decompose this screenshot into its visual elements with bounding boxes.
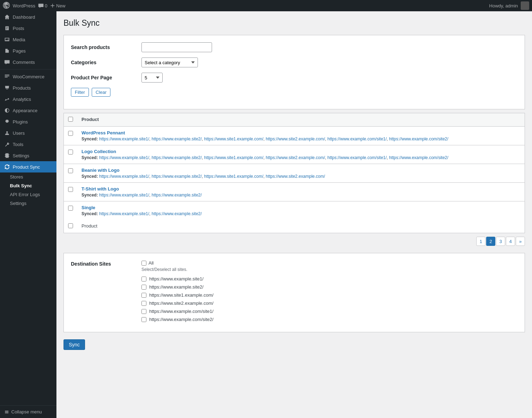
synced-url[interactable]: https://www.example.site1/ [99,137,149,141]
categories-row: Categories Select a category [71,57,518,67]
page-3[interactable]: 3 [496,237,505,246]
sidebar-sub-item-settings[interactable]: Settings [0,199,56,208]
synced-url[interactable]: https://www.site1.example.com/ [204,137,264,141]
synced-label: Synced: [81,193,98,198]
synced-url[interactable]: https://www.example.site2/ [152,155,202,160]
destination-site-label[interactable]: https://www.site1.example.com/ [149,292,213,298]
sidebar-item-products[interactable]: Products [0,82,56,93]
page-next[interactable]: » [516,237,525,246]
page-2[interactable]: 2 [486,237,495,246]
destination-label: Destination Sites [71,260,134,267]
synced-text: Synced: https://www.example.site1/, http… [81,211,520,216]
site-name[interactable]: WordPress [13,3,35,8]
product-name[interactable]: Single [81,205,520,210]
comments-icon-topbar[interactable]: 0 [38,3,47,8]
sidebar-item-product-sync[interactable]: Product Sync [0,161,56,172]
synced-url[interactable]: https://www.example.site1/ [99,193,149,198]
synced-url[interactable]: https://www.example.site2/ [152,193,202,198]
sidebar-item-appearance[interactable]: Appearance [0,105,56,116]
product-name[interactable]: Beanie with Logo [81,168,520,173]
sidebar-sub-item-bulk-sync[interactable]: Bulk Sync [0,181,56,190]
sidebar-sub-item-api-error-logs[interactable]: API Error Logs [0,190,56,199]
destination-site-label[interactable]: https://www.example.com/site2/ [149,317,213,322]
synced-url[interactable]: https://www.example.com/site1/ [327,137,387,141]
synced-url[interactable]: https://www.example.site2/ [152,137,202,141]
synced-url[interactable]: https://www.example.site1/ [99,211,149,216]
product-name[interactable]: Logo Collection [81,149,520,154]
user-avatar[interactable] [521,1,529,10]
destination-site-label[interactable]: https://www.example.com/site1/ [149,309,213,314]
destination-site-label[interactable]: https://www.example.site2/ [149,284,204,290]
synced-url[interactable]: https://www.site1.example.com/ [204,155,264,160]
sidebar-item-analytics[interactable]: Analytics [0,93,56,105]
synced-url[interactable]: https://www.site2.example.com/ [266,155,325,160]
product-name[interactable]: T-Shirt with Logo [81,186,520,192]
page-4[interactable]: 4 [506,237,515,246]
destination-all-label[interactable]: All [149,260,153,266]
filter-button[interactable]: Filter [71,88,89,97]
destination-site-checkbox-2[interactable] [141,293,146,298]
sidebar-item-users[interactable]: Users [0,127,56,139]
destination-site-checkbox-4[interactable] [141,309,146,314]
sidebar-divider-1 [0,69,56,69]
destination-all-checkbox[interactable] [141,261,146,266]
select-all-checkbox[interactable] [68,117,73,122]
sidebar-sub-item-stores[interactable]: Stores [0,172,56,181]
sidebar-item-media[interactable]: Media [0,34,56,45]
sync-button[interactable]: Sync [64,339,85,350]
sidebar-item-dashboard[interactable]: Dashboard [0,11,56,23]
destination-site-item: https://www.example.site2/ [141,284,518,290]
destination-sites-list: https://www.example.site1/ https://www.e… [141,276,518,322]
sidebar-item-woocommerce[interactable]: WooCommerce [0,71,56,82]
destination-row: Destination Sites All Select/Deselect al… [71,260,518,325]
page-1[interactable]: 1 [476,237,485,246]
synced-url[interactable]: https://www.example.site2/ [152,211,202,216]
destination-site-item: https://www.site1.example.com/ [141,292,518,298]
synced-url[interactable]: https://www.site1.example.com/ [204,174,264,179]
clear-button[interactable]: Clear [92,88,110,97]
search-input[interactable] [141,42,212,52]
synced-url[interactable]: https://www.site2.example.com/ [266,137,325,141]
wp-logo-icon[interactable] [3,2,10,10]
table-row: Beanie with Logo Synced: https://www.exa… [64,164,525,183]
destination-site-checkbox-1[interactable] [141,285,146,290]
product-checkbox-1[interactable] [68,150,73,155]
product-checkbox-4[interactable] [68,206,73,211]
sidebar-item-posts[interactable]: Posts [0,23,56,34]
new-button-topbar[interactable]: New [50,3,65,8]
synced-url[interactable]: https://www.example.com/site2/ [389,137,448,141]
main-content: Bulk Sync Search products Categories Sel… [56,11,532,418]
sidebar-item-settings[interactable]: Settings [0,150,56,161]
product-checkbox-0[interactable] [68,131,73,136]
table-row: T-Shirt with Logo Synced: https://www.ex… [64,183,525,201]
collapse-menu-button[interactable]: Collapse menu [0,405,56,418]
sidebar-item-pages[interactable]: Pages [0,45,56,56]
product-name[interactable]: WordPress Pennant [81,130,520,135]
destination-site-checkbox-3[interactable] [141,301,146,306]
destination-site-item: https://www.example.com/site1/ [141,309,518,314]
synced-url[interactable]: https://www.example.site1/ [99,174,149,179]
select-all-footer-checkbox[interactable] [68,223,73,228]
sidebar-item-plugins[interactable]: Plugins [0,116,56,127]
destination-site-checkbox-0[interactable] [141,277,146,281]
synced-url[interactable]: https://www.site2.example.com/ [266,174,325,179]
product-checkbox-2[interactable] [68,168,73,173]
destination-site-label[interactable]: https://www.example.site1/ [149,276,204,281]
search-row: Search products [71,42,518,52]
products-table: Product WordPress Pennant Synced: https:… [64,113,525,233]
categories-select[interactable]: Select a category [141,57,198,67]
per-page-select[interactable]: 51025 [141,73,163,83]
sidebar-item-tools[interactable]: Tools [0,139,56,150]
search-label: Search products [71,44,141,50]
destination-site-item: https://www.example.com/site2/ [141,317,518,322]
synced-url[interactable]: https://www.example.site1/ [99,155,149,160]
destination-site-checkbox-5[interactable] [141,317,146,322]
product-checkbox-3[interactable] [68,187,73,192]
sidebar-item-comments[interactable]: Comments [0,56,56,68]
table-product-header: Product [77,113,525,127]
synced-url[interactable]: https://www.example.com/site1/ [327,155,387,160]
table-footer-label: Product [77,220,525,233]
synced-url[interactable]: https://www.example.site2/ [152,174,202,179]
synced-url[interactable]: https://www.example.com/site2/ [389,155,448,160]
destination-site-label[interactable]: https://www.site2.example.com/ [149,301,213,306]
